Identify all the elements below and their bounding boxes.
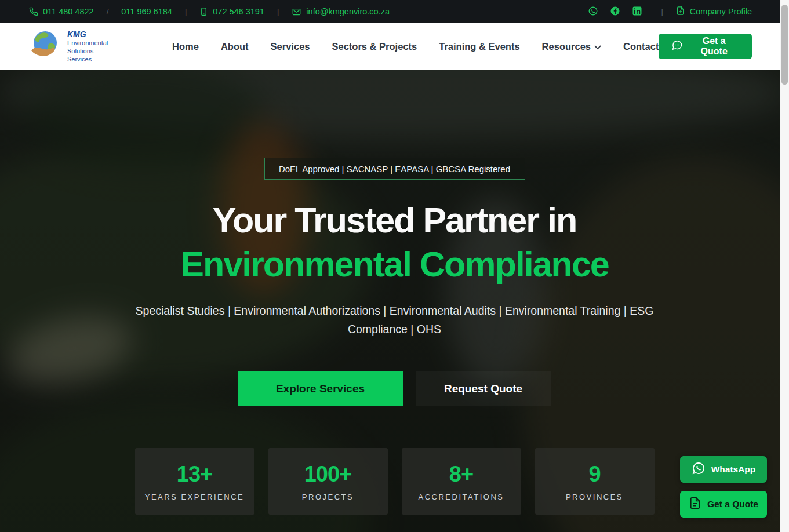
- topbar-contact-group: 011 480 4822 / 011 969 6184 | 072 546 31…: [29, 7, 390, 16]
- file-download-icon: [676, 6, 685, 17]
- vertical-scrollbar[interactable]: [780, 0, 789, 532]
- social-links: [588, 6, 642, 18]
- header-get-a-quote-button[interactable]: Get a Quote: [659, 34, 752, 59]
- logo-abbr: KMG: [67, 30, 117, 40]
- floating-whatsapp-label: WhatsApp: [711, 464, 756, 475]
- main-nav: Home About Services Sectors & Projects T…: [172, 41, 659, 52]
- hero-title-line2: Environmental Compliance: [180, 242, 608, 286]
- phone-number-1: 011 480 4822: [43, 7, 94, 16]
- request-quote-button[interactable]: Request Quote: [416, 371, 551, 406]
- email-link[interactable]: info@kmgenviro.co.za: [292, 7, 390, 16]
- floating-quote-label: Get a Quote: [707, 499, 758, 509]
- email-address: info@kmgenviro.co.za: [306, 7, 390, 16]
- topbar-separator: |: [180, 8, 191, 16]
- facebook-link[interactable]: [610, 6, 620, 18]
- chat-bubble-icon: [671, 39, 683, 53]
- chevron-down-icon: [594, 41, 601, 52]
- nav-item-contact[interactable]: Contact: [623, 41, 659, 52]
- nav-item-training-events[interactable]: Training & Events: [439, 41, 519, 52]
- floating-get-a-quote-button[interactable]: Get a Quote: [680, 491, 767, 518]
- envelope-icon: [292, 8, 301, 16]
- kmg-landing-page: 011 480 4822 / 011 969 6184 | 072 546 31…: [0, 0, 789, 532]
- linkedin-icon: [632, 6, 642, 18]
- hero-subtitle: Specialist Studies | Environmental Autho…: [117, 301, 673, 338]
- logo-line2: Solutions Services: [67, 48, 117, 64]
- hero-section: DoEL Approved | SACNASP | EAPASA | GBCSA…: [0, 70, 789, 532]
- logo-line1: Environmental: [67, 39, 117, 48]
- topbar-separator: /: [102, 8, 114, 16]
- mobile-link[interactable]: 072 546 3191: [199, 7, 264, 16]
- phone-link-1[interactable]: 011 480 4822: [29, 7, 94, 16]
- topbar-separator: |: [656, 8, 667, 16]
- phone-link-2[interactable]: 011 969 6184: [121, 7, 172, 16]
- company-profile-label: Company Profile: [690, 7, 752, 16]
- floating-whatsapp-button[interactable]: WhatsApp: [680, 456, 767, 483]
- header-cta-label: Get a Quote: [689, 36, 739, 57]
- mobile-number: 072 546 3191: [213, 7, 264, 16]
- company-profile-link[interactable]: Company Profile: [676, 6, 752, 17]
- main-header: KMG Environmental Solutions Services Hom…: [0, 23, 789, 70]
- whatsapp-icon: [588, 6, 598, 18]
- hero-cta-row: Explore Services Request Quote: [238, 371, 551, 406]
- whatsapp-link[interactable]: [588, 6, 598, 18]
- nav-item-resources-label: Resources: [542, 41, 591, 52]
- linkedin-link[interactable]: [632, 6, 642, 18]
- nav-item-sectors-projects[interactable]: Sectors & Projects: [332, 41, 417, 52]
- hero-title-line1: Your Trusted Partner in: [180, 198, 608, 242]
- topbar-social-group: | Company Profile: [588, 6, 752, 18]
- topbar-separator: |: [272, 8, 283, 16]
- scrollbar-thumb[interactable]: [781, 5, 788, 85]
- document-icon: [689, 497, 701, 512]
- nav-item-resources[interactable]: Resources: [542, 41, 601, 52]
- explore-services-button[interactable]: Explore Services: [238, 371, 403, 406]
- hero-content: DoEL Approved | SACNASP | EAPASA | GBCSA…: [0, 70, 789, 532]
- facebook-icon: [610, 6, 620, 18]
- nav-item-about[interactable]: About: [221, 41, 249, 52]
- logo-text: KMG Environmental Solutions Services: [67, 30, 117, 64]
- nav-item-services[interactable]: Services: [271, 41, 310, 52]
- phone-number-2: 011 969 6184: [121, 7, 172, 16]
- floating-action-buttons: WhatsApp Get a Quote: [680, 456, 767, 518]
- nav-item-home[interactable]: Home: [172, 41, 199, 52]
- hero-title: Your Trusted Partner in Environmental Co…: [180, 198, 608, 286]
- accreditation-badge: DoEL Approved | SACNASP | EAPASA | GBCSA…: [264, 158, 525, 180]
- globe-in-hand-logo-icon: [28, 30, 61, 63]
- phone-icon: [29, 7, 38, 16]
- smartphone-icon: [199, 7, 208, 16]
- whatsapp-icon: [692, 461, 706, 478]
- logo[interactable]: KMG Environmental Solutions Services: [28, 30, 117, 64]
- topbar: 011 480 4822 / 011 969 6184 | 072 546 31…: [0, 0, 789, 23]
